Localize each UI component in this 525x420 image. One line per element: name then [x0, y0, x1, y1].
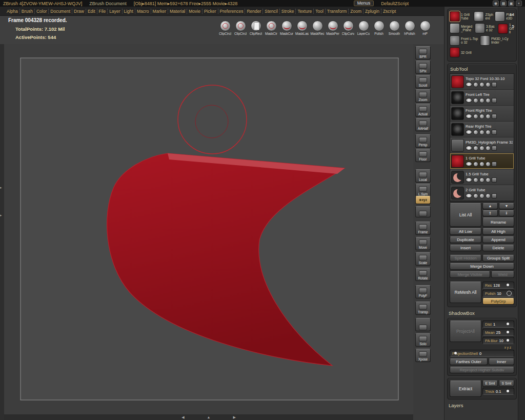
slider-knob[interactable] — [507, 339, 509, 342]
thick-slider[interactable]: Thick 0.1 — [482, 388, 514, 395]
layers-header[interactable]: Layers — [449, 403, 525, 408]
subtool-toggle-icon[interactable] — [492, 82, 497, 87]
subtool-toggle-icon[interactable] — [473, 130, 478, 135]
tool-thumb-front-l-topo-32[interactable]: Front L-Topo 32 — [450, 35, 478, 46]
delete-button[interactable]: Delete — [482, 245, 514, 251]
inner-button[interactable]: Inner — [489, 358, 514, 365]
visibility-eye-icon[interactable] — [466, 130, 472, 134]
res-slider[interactable]: Res 128 — [482, 282, 514, 289]
subtool-row[interactable]: 2 Grill Tube — [450, 185, 514, 201]
shelf-aahalf-button[interactable]: AAHalf — [415, 118, 431, 131]
visibility-eye-icon[interactable] — [466, 146, 472, 150]
subtool-toggle-icon[interactable] — [473, 82, 478, 87]
divider-arrow-icon[interactable]: ▸ — [0, 186, 2, 190]
shelf-local-button[interactable]: Local — [415, 169, 431, 183]
menus-button[interactable]: Menus — [354, 1, 374, 6]
window-panes-icon[interactable]: ▣ — [508, 1, 514, 6]
subtool-toggle-icon[interactable] — [492, 162, 497, 167]
brush-maskcur[interactable]: MaskCur — [279, 21, 294, 35]
subtool-row[interactable]: Front Right Tire — [450, 106, 514, 122]
menu-draw[interactable]: Draw — [72, 9, 86, 14]
duplicate-button[interactable]: Duplicate — [450, 236, 481, 243]
window-close-icon[interactable]: × — [516, 1, 522, 6]
brush-clipcircl[interactable]: ClipCircl — [217, 21, 233, 35]
subtool-row[interactable]: PM3D_Hylograph Frame 32 F — [450, 137, 514, 153]
window-sphere-icon[interactable]: ◉ — [493, 1, 499, 6]
visibility-eye-icon[interactable] — [466, 82, 472, 87]
subtool-move-up-button[interactable]: ↥ — [482, 210, 498, 216]
extract-button[interactable]: Extract — [450, 381, 481, 397]
divider-arrow-icon[interactable]: ▸ — [0, 213, 2, 217]
slider-knob[interactable] — [507, 331, 509, 333]
menu-render[interactable]: Render — [245, 9, 262, 14]
brush-maskcir[interactable]: MaskCir — [264, 21, 279, 35]
project-all-button[interactable]: ProjectAll — [450, 321, 481, 342]
brush-polish[interactable]: Polish — [371, 21, 387, 35]
reproject-higher-subdiv-button[interactable]: Reproject Higher Subdiv — [450, 367, 514, 373]
subtool-toggle-icon[interactable] — [486, 130, 491, 135]
subtool-move-down-button[interactable]: ↧ — [499, 210, 514, 216]
s-smt-button[interactable]: S Smt — [499, 381, 514, 387]
menu-zplugin[interactable]: Zplugin — [363, 9, 381, 14]
subtool-toggle-icon[interactable] — [486, 114, 491, 119]
tool-thumb-32-grill[interactable]: 32 Grill — [450, 47, 472, 57]
list-all-button[interactable]: List All — [450, 203, 481, 227]
subtool-select-down-button[interactable]: ▼ — [499, 203, 514, 209]
farthest-outer-button[interactable]: Farthes Outer — [450, 358, 488, 365]
remesh-all-button[interactable]: ReMesh All — [450, 282, 481, 303]
visibility-eye-icon[interactable] — [466, 193, 472, 198]
shelf-persp-button[interactable]: Persp — [415, 134, 431, 148]
menu-transform[interactable]: Transform — [325, 9, 348, 14]
tool-thumb-merged_plane[interactable]: Merged_Plane — [450, 23, 473, 33]
brush-cliprect[interactable]: ClipRect — [248, 21, 264, 35]
subtool-toggle-icon[interactable] — [492, 193, 497, 198]
menu-zscript[interactable]: Zscript — [381, 9, 398, 14]
polish-toggle-icon[interactable] — [507, 291, 512, 296]
scroll-up-icon[interactable]: ▲ — [207, 415, 211, 419]
brush-mp[interactable]: mP — [417, 21, 433, 35]
menu-preferences[interactable]: Preferences — [218, 9, 245, 14]
menu-movie[interactable]: Movie — [187, 9, 202, 14]
menu-material[interactable]: Material — [168, 9, 187, 14]
subtool-row[interactable]: 1 Grill Tube — [450, 153, 514, 169]
shelf-zoom-button[interactable]: Zoom — [415, 89, 431, 103]
subtool-toggle-icon[interactable] — [473, 177, 478, 183]
subtool-toggle-icon[interactable] — [473, 114, 478, 119]
menu-picker[interactable]: Picker — [202, 9, 218, 14]
append-button[interactable]: Append — [482, 236, 514, 243]
slider-knob[interactable] — [454, 352, 457, 354]
visibility-eye-icon[interactable] — [466, 177, 472, 182]
slider-knob[interactable] — [507, 323, 509, 325]
menu-layer[interactable]: Layer — [107, 9, 122, 14]
visibility-eye-icon[interactable] — [466, 162, 472, 166]
slider-knob[interactable] — [507, 284, 509, 286]
pa-blur-slider[interactable]: PA Blur 10 — [482, 337, 514, 344]
subtool-toggle-icon[interactable] — [492, 146, 497, 151]
scroll-left-icon[interactable]: ◀ — [181, 415, 184, 419]
shadowbox-header[interactable]: ShadowBox — [449, 310, 525, 316]
split-hidden-button[interactable]: Split Hidden — [450, 255, 481, 262]
panel-scrollbar-gutter[interactable] — [518, 7, 525, 420]
subtool-toggle-icon[interactable] — [486, 98, 491, 103]
subtool-toggle-icon[interactable] — [479, 98, 484, 103]
window-grid-icon[interactable]: ▦ — [500, 1, 507, 6]
subtool-toggle-icon[interactable] — [479, 193, 484, 198]
subtool-toggle-icon[interactable] — [492, 98, 497, 103]
subtool-toggle-icon[interactable] — [486, 193, 491, 198]
menu-light[interactable]: Light — [122, 9, 135, 14]
shelf-polyf-button[interactable]: PolyF — [415, 285, 431, 298]
axis-labels[interactable]: x y z — [450, 346, 511, 349]
shelf-frame-button[interactable]: Frame — [415, 222, 431, 235]
tool-thumb-3-base-32[interactable]: 3.Base 32 — [475, 23, 496, 33]
menu-color[interactable]: Color — [34, 9, 48, 14]
insert-button[interactable]: Insert — [450, 245, 481, 251]
menu-macro[interactable]: Macro — [135, 9, 151, 14]
slider-knob[interactable] — [507, 390, 509, 392]
brush-clipcircl[interactable]: ClipCircl — [233, 21, 248, 35]
document-canvas[interactable] — [4, 44, 413, 420]
menu-brush[interactable]: Brush — [19, 9, 34, 14]
subtool-toggle-icon[interactable] — [492, 177, 497, 183]
subtool-toggle-icon[interactable] — [486, 162, 491, 167]
subtool-toggle-icon[interactable] — [492, 114, 497, 119]
menu-alpha[interactable]: Alpha — [5, 9, 19, 14]
